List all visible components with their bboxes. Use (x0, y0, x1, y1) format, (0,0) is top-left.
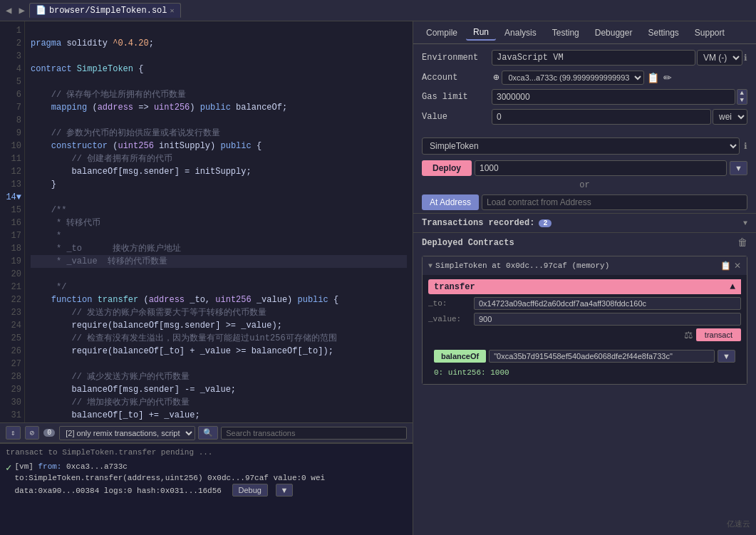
deployed-contract-header[interactable]: ▼ SimpleToken at 0x0dc...97caf (memory) … (423, 256, 747, 275)
right-panel: Compile Run Analysis Testing Debugger Se… (413, 21, 756, 535)
tx-count-badge: 2 (539, 219, 552, 227)
trash-icon[interactable]: 🗑 (737, 237, 747, 249)
account-control: ⊕ 0xca3...a733c (99.9999999999993 📋 ✏ (492, 70, 747, 85)
at-address-input[interactable] (482, 194, 747, 210)
tab-simpltoken[interactable]: 📄 browser/SimpleToken.sol ✕ (29, 3, 181, 18)
value2-input[interactable] (474, 313, 741, 326)
tx-filter-select[interactable]: [2] only remix transactions, script (59, 426, 195, 440)
deploy-expand-btn[interactable]: ▼ (730, 161, 747, 175)
contract-select-row: SimpleToken ℹ (413, 135, 756, 157)
gas-down[interactable]: ▼ (737, 97, 747, 104)
deploy-button[interactable]: Deploy (422, 160, 472, 176)
code-editor: 12345 678910 11121314▼15 1617181920 2122… (0, 21, 413, 422)
tab-file-icon: 📄 (36, 5, 46, 16)
func-copy-btn[interactable]: ⚖ (684, 328, 693, 341)
environment-label: Environment (422, 53, 486, 63)
deploy-row: Deploy ▼ (413, 157, 756, 179)
transfer-expand[interactable]: ▲ (730, 281, 735, 292)
nav-analysis[interactable]: Analysis (497, 26, 544, 40)
gas-limit-row: Gas limit ▲ ▼ (422, 89, 747, 105)
edit-account-btn[interactable]: ✏ (662, 71, 673, 85)
contract-info-icon[interactable]: ℹ (744, 141, 747, 152)
deployed-contract-name: SimpleToken at 0x0dc...97caf (memory) (435, 261, 718, 270)
to-label: _to: (428, 299, 471, 308)
deployed-contracts-header: Deployed Contracts 🗑 (413, 232, 756, 253)
transactions-section-header: Transactions recorded: 2 ▼ (413, 213, 756, 232)
code-content[interactable]: pragma solidity ^0.4.20; contract Simple… (25, 21, 413, 422)
search-input[interactable] (221, 427, 407, 440)
gas-limit-control: ▲ ▼ (492, 89, 747, 105)
balance-input[interactable] (489, 350, 715, 363)
deployed-title: Deployed Contracts (422, 238, 514, 248)
result-value: 0: uint256: 1000 (434, 368, 509, 377)
nav-testing[interactable]: Testing (545, 26, 586, 40)
debug-button[interactable]: Debug (232, 484, 268, 497)
balance-expand-btn[interactable]: ▼ (718, 350, 735, 363)
tab-forward[interactable]: ▶ (16, 4, 27, 16)
or-row: or (413, 179, 756, 192)
tabs-bar: ◀ ▶ 📄 browser/SimpleToken.sol ✕ (0, 0, 756, 21)
value-input-row: _value: 输入需要转移的代币数量 (428, 313, 741, 326)
vm-label: [vm] (14, 462, 38, 471)
console-expand-btn[interactable]: ▼ (276, 484, 294, 497)
console-data: data:0xa90...00384 logs:0 hash:0x031...1… (14, 484, 325, 497)
at-address-button[interactable]: At Address (422, 194, 479, 210)
account-row: Account ⊕ 0xca3...a733c (99.999999999999… (422, 70, 747, 85)
remove-contract-btn[interactable]: ✕ (734, 261, 741, 271)
value-unit-select[interactable]: wei (713, 109, 747, 125)
gas-limit-label: Gas limit (422, 92, 486, 102)
gas-spinner: ▲ ▼ (737, 89, 747, 105)
main-layout: 12345 678910 11121314▼15 1617181920 2122… (0, 21, 756, 535)
transfer-func-row: transfer ▲ _to: 输入一个账户地址 (428, 279, 741, 341)
expand-btn[interactable]: ⇕ (6, 426, 21, 440)
gas-up[interactable]: ▲ (737, 90, 747, 97)
right-scroll: Environment JavaScript VM VM (-) ℹ Accou… (413, 44, 756, 535)
transact-button[interactable]: transact (696, 328, 741, 341)
value-label: Value (422, 112, 486, 122)
console-to: to:SimpleToken.transfer(address,uint256)… (14, 472, 325, 484)
contract-expand-chevron[interactable]: ▼ (428, 262, 433, 270)
value-row: Value wei (422, 109, 747, 125)
environment-control: JavaScript VM VM (-) ℹ (492, 50, 747, 66)
nav-compile[interactable]: Compile (419, 26, 465, 40)
check-icon: ✓ (6, 462, 11, 474)
search-icon-btn[interactable]: 🔍 (198, 426, 218, 440)
form-section: Environment JavaScript VM VM (-) ℹ Accou… (413, 44, 756, 135)
gas-limit-input[interactable] (492, 89, 735, 105)
transfer-func-name: transfer (434, 282, 475, 292)
value-input[interactable] (492, 109, 711, 125)
nav-run[interactable]: Run (466, 25, 496, 41)
env-info-icon[interactable]: ℹ (744, 53, 747, 63)
tx-expand-icon[interactable]: ▼ (743, 219, 747, 227)
from-link[interactable]: from: (38, 462, 61, 471)
tab-label: browser/SimpleToken.sol (49, 6, 167, 16)
nav-settings[interactable]: Settings (641, 26, 685, 40)
tab-back[interactable]: ◀ (3, 4, 14, 16)
stop-btn[interactable]: ⊘ (25, 426, 40, 440)
value-control: wei (492, 109, 747, 125)
at-address-row: At Address (413, 192, 756, 213)
contract-select[interactable]: SimpleToken (422, 137, 740, 155)
nav-debugger[interactable]: Debugger (588, 26, 640, 40)
deployed-actions: 📋 ✕ (720, 261, 741, 271)
copy-account-btn[interactable]: 📋 (646, 71, 661, 85)
balance-of-button[interactable]: balanceOf (434, 350, 486, 363)
contract-functions: transfer ▲ _to: 输入一个账户地址 (423, 275, 747, 384)
code-bottom-bar: ⇕ ⊘ 0 [2] only remix transactions, scrip… (0, 422, 413, 442)
tx-filter: [2] only remix transactions, script 🔍 (59, 426, 407, 440)
vm-select[interactable]: VM (-) (697, 50, 742, 66)
result-row: 0: uint256: 1000 (428, 365, 741, 380)
deploy-param-input[interactable] (475, 160, 727, 176)
deployed-contract: ▼ SimpleToken at 0x0dc...97caf (memory) … (422, 256, 747, 385)
to-input[interactable] (474, 297, 741, 310)
tx-badge: 0 (43, 429, 55, 437)
account-select[interactable]: 0xca3...a733c (99.9999999999993 (502, 71, 644, 85)
tab-close-btn[interactable]: ✕ (170, 6, 175, 15)
console-success-row: ✓ [vm] from: 0xca3...a733c to:SimpleToke… (6, 461, 407, 497)
transactions-title: Transactions recorded: 2 (422, 218, 552, 228)
account-plus-icon[interactable]: ⊕ (492, 70, 500, 85)
transfer-header: transfer ▲ (428, 279, 741, 294)
to-input-row: _to: 输入一个账户地址 (428, 297, 741, 310)
nav-support[interactable]: Support (688, 26, 732, 40)
copy-contract-btn[interactable]: 📋 (720, 261, 731, 271)
